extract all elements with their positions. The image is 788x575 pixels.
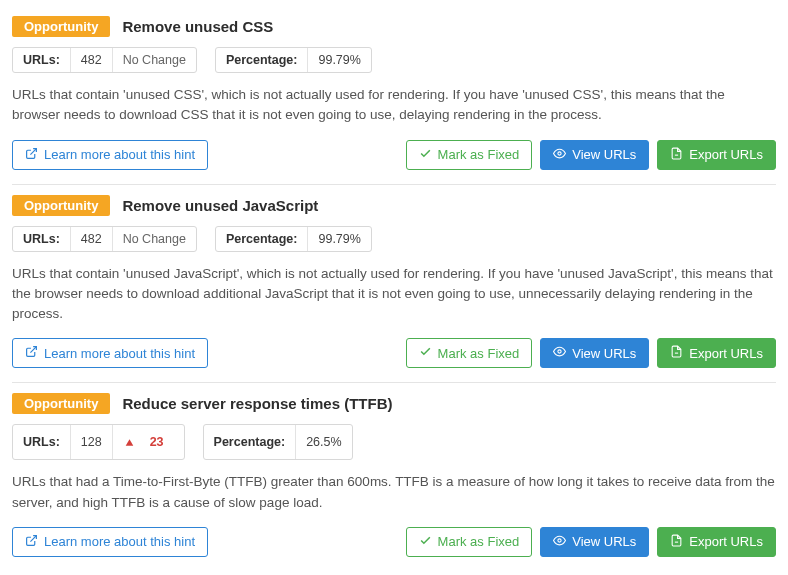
external-link-icon [25,534,38,550]
check-icon [419,345,432,361]
learn-more-label: Learn more about this hint [44,534,195,549]
learn-more-label: Learn more about this hint [44,147,195,162]
learn-more-button[interactable]: Learn more about this hint [12,338,208,368]
check-icon [419,147,432,163]
svg-line-6 [30,535,36,541]
opportunity-badge: Opportunity [12,195,110,216]
change-none: No Change [113,48,196,72]
percentage-value: 26.5% [296,425,351,459]
hint-title: Remove unused CSS [122,18,273,35]
export-urls-label: Export URLs [689,346,763,361]
learn-more-button[interactable]: Learn more about this hint [12,140,208,170]
external-link-icon [25,345,38,361]
eye-icon [553,534,566,550]
svg-line-3 [30,347,36,353]
learn-more-label: Learn more about this hint [44,346,195,361]
urls-value: 482 [71,227,113,251]
hint-title: Remove unused JavaScript [122,197,318,214]
export-urls-button[interactable]: Export URLs [657,527,776,557]
mark-fixed-label: Mark as Fixed [438,346,520,361]
export-urls-label: Export URLs [689,147,763,162]
learn-more-button[interactable]: Learn more about this hint [12,527,208,557]
urls-label: URLs: [13,425,71,459]
percentage-stat: Percentage:99.79% [215,47,372,73]
svg-point-4 [558,350,561,353]
mark-fixed-label: Mark as Fixed [438,147,520,162]
opportunity-badge: Opportunity [12,16,110,37]
percentage-label: Percentage: [204,425,297,459]
view-urls-label: View URLs [572,534,636,549]
mark-fixed-button[interactable]: Mark as Fixed [406,527,533,557]
percentage-value: 99.79% [308,227,370,251]
svg-point-7 [558,539,561,542]
svg-line-0 [30,148,36,154]
export-urls-label: Export URLs [689,534,763,549]
check-icon [419,534,432,550]
hint-card: OpportunityRemove unused JavaScriptURLs:… [12,185,776,384]
file-icon [670,534,683,550]
percentage-label: Percentage: [216,227,309,251]
percentage-stat: Percentage:99.79% [215,226,372,252]
urls-value: 482 [71,48,113,72]
hint-description: URLs that had a Time-to-First-Byte (TTFB… [12,472,776,513]
hint-title: Reduce server response times (TTFB) [122,395,392,412]
percentage-stat: Percentage:26.5% [203,424,353,460]
urls-label: URLs: [13,48,71,72]
hint-description: URLs that contain 'unused JavaScript', w… [12,264,776,325]
file-icon [670,345,683,361]
hint-card: OpportunityReduce server response times … [12,383,776,571]
file-icon [670,147,683,163]
urls-stat: URLs:12823 [12,424,185,460]
view-urls-button[interactable]: View URLs [540,140,649,170]
view-urls-button[interactable]: View URLs [540,527,649,557]
export-urls-button[interactable]: Export URLs [657,140,776,170]
opportunity-badge: Opportunity [12,393,110,414]
view-urls-button[interactable]: View URLs [540,338,649,368]
view-urls-label: View URLs [572,147,636,162]
urls-label: URLs: [13,227,71,251]
percentage-label: Percentage: [216,48,309,72]
svg-point-1 [558,151,561,154]
eye-icon [553,147,566,163]
hint-card: OpportunityRemove unused CSSURLs:482No C… [12,6,776,185]
mark-fixed-label: Mark as Fixed [438,534,520,549]
eye-icon [553,345,566,361]
hint-description: URLs that contain 'unused CSS', which is… [12,85,776,126]
urls-stat: URLs:482No Change [12,226,197,252]
mark-fixed-button[interactable]: Mark as Fixed [406,338,533,368]
mark-fixed-button[interactable]: Mark as Fixed [406,140,533,170]
change-none: No Change [113,227,196,251]
change-up: 23 [113,425,184,459]
urls-stat: URLs:482No Change [12,47,197,73]
export-urls-button[interactable]: Export URLs [657,338,776,368]
urls-value: 128 [71,425,113,459]
external-link-icon [25,147,38,163]
percentage-value: 99.79% [308,48,370,72]
view-urls-label: View URLs [572,346,636,361]
